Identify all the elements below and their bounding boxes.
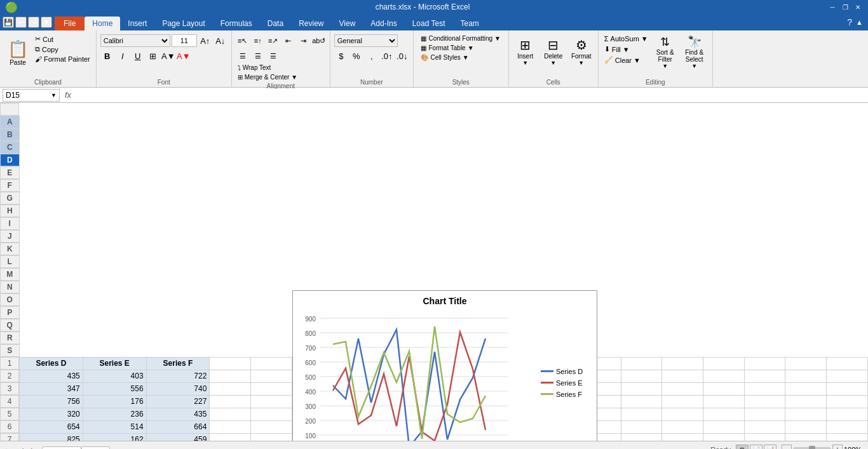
border-button[interactable]: ⊞ [146,50,160,62]
col-header-O[interactable]: O [0,293,20,306]
fill-button[interactable]: ⬇ Fill ▼ [602,44,632,54]
close-button[interactable]: ✕ [853,3,863,11]
italic-button[interactable]: I [116,50,130,62]
tab-loadtest[interactable]: Load Test [405,17,453,30]
normal-view-button[interactable]: ⊞ [736,445,749,450]
cell-N1[interactable] [621,357,662,370]
scroll-sheets-left[interactable]: ◀ [13,445,27,449]
cell-R6[interactable] [827,420,868,433]
cell-Q4[interactable] [785,395,827,408]
restore-button[interactable]: ❐ [840,3,850,11]
align-top-right-button[interactable]: ≡↗ [266,34,280,47]
cell-M5[interactable] [621,408,662,420]
format-button[interactable]: ⚙ Format ▼ [569,34,594,69]
cell-B7[interactable]: 162 [83,433,146,441]
cell-R1[interactable] [785,357,827,370]
chart-container[interactable]: Chart Title 900 800 700 600 500 400 300 … [292,290,597,441]
delete-button[interactable]: ⊟ Delete ▼ [541,34,566,69]
formula-input[interactable] [76,89,865,102]
indent-decrease-button[interactable]: ⇤ [281,34,295,47]
scroll-sheets-right[interactable]: ▶ [27,445,42,449]
cell-R7[interactable] [827,433,868,441]
cell-P7[interactable] [744,433,785,441]
cell-O4[interactable] [703,395,744,408]
number-format-select[interactable]: General [334,34,398,47]
add-sheet-button[interactable]: + [0,445,13,449]
align-left-button[interactable]: ☰ [236,50,250,62]
find-select-dropdown-icon[interactable]: ▼ [691,63,697,69]
cell-B2[interactable]: 403 [83,370,146,382]
page-layout-view-button[interactable]: 📄 [750,445,763,450]
decrease-font-button[interactable]: A↓ [214,34,227,47]
cell-Q5[interactable] [785,408,827,420]
conditional-formatting-button[interactable]: ▦ Conditional Formatting ▼ [419,34,503,43]
indent-increase-button[interactable]: ⇥ [297,34,311,47]
cell-S1[interactable] [827,357,868,370]
cell-N2[interactable] [662,370,703,382]
clear-dropdown-icon[interactable]: ▼ [634,57,641,64]
cell-C2[interactable]: 722 [146,370,210,382]
cell-A5[interactable]: 320 [20,408,83,420]
col-header-E[interactable]: E [0,166,20,179]
cell-B6[interactable]: 514 [83,420,146,433]
cell-B5[interactable]: 236 [83,408,146,420]
page-break-view-button[interactable]: 📑 [764,445,776,450]
align-center-button[interactable]: ☰ [251,50,265,62]
cell-R5[interactable] [827,408,868,420]
cell-D3[interactable] [210,382,251,395]
cell-M7[interactable] [621,433,662,441]
cell-N6[interactable] [662,420,703,433]
clear-button[interactable]: 🧹 Clear ▼ [602,55,642,65]
tab-page-layout[interactable]: Page Layout [154,17,212,30]
align-top-center-button[interactable]: ≡↑ [251,34,265,47]
cell-D5[interactable] [251,408,292,420]
sheet-tab-stacked[interactable]: Stacked [42,446,81,449]
sort-filter-button[interactable]: ⇅ Sort & Filter ▼ [653,34,678,69]
col-header-F[interactable]: F [0,179,20,192]
sheet-tab-line[interactable]: Line [81,446,110,449]
font-size-input[interactable] [172,34,197,47]
cell-D7[interactable] [210,433,251,441]
currency-button[interactable]: $ [334,50,348,62]
col-header-K[interactable]: K [0,243,20,255]
cell-C4[interactable]: 227 [146,395,210,408]
cell-O2[interactable] [703,370,744,382]
cell-N5[interactable] [662,408,703,420]
save-quick-button[interactable]: 💾 [3,17,14,28]
cell-D1[interactable] [210,357,251,370]
name-box[interactable]: D15 ▼ [3,89,60,102]
cell-D2[interactable] [251,370,292,382]
cell-M4[interactable] [621,395,662,408]
cell-A4[interactable]: 756 [20,395,83,408]
cell-M2[interactable] [621,370,662,382]
comma-button[interactable]: , [365,50,379,62]
col-header-B[interactable]: B [0,128,20,141]
insert-button[interactable]: ⊞ Insert ▼ [513,34,538,69]
col-header-A[interactable]: A [0,116,20,128]
cell-Q2[interactable] [785,370,827,382]
col-header-D[interactable]: D [0,154,20,166]
cell-C6[interactable]: 664 [146,420,210,433]
cut-button[interactable]: ✂ Cut [33,34,92,44]
col-header-Q[interactable]: Q [0,319,20,332]
cell-O3[interactable] [703,382,744,395]
ribbon-collapse-button[interactable]: ▲ [856,18,863,26]
insert-dropdown-icon[interactable]: ▼ [522,60,528,66]
col-header-C[interactable]: C [0,141,20,154]
sort-filter-dropdown-icon[interactable]: ▼ [662,63,668,69]
wrap-text-button[interactable]: ⤵ Wrap Text [236,64,273,72]
merge-center-button[interactable]: ⊞ Merge & Center ▼ [236,73,300,81]
cell-O7[interactable] [703,433,744,441]
bold-button[interactable]: B [100,50,114,62]
cell-D6[interactable] [210,420,251,433]
align-top-left-button[interactable]: ≡↖ [236,34,250,47]
cell-E1[interactable] [251,357,292,370]
cell-D7[interactable] [251,433,292,441]
cell-D5[interactable] [210,408,251,420]
col-header-H[interactable]: H [0,204,20,217]
col-header-M[interactable]: M [0,268,20,281]
cell-C3[interactable]: 740 [146,382,210,395]
cell-P3[interactable] [744,382,785,395]
cell-P2[interactable] [744,370,785,382]
cell-A3[interactable]: 347 [20,382,83,395]
